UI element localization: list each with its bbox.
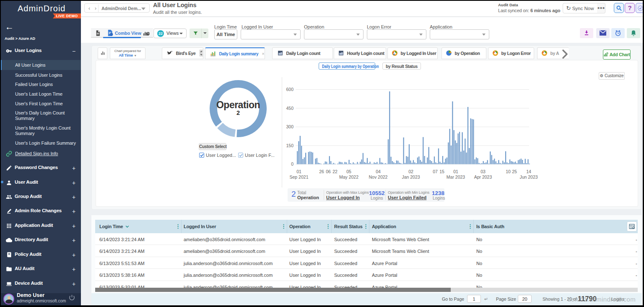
svg-text:06: 06 xyxy=(326,169,331,174)
svg-text:450: 450 xyxy=(286,106,293,111)
svg-text:Jan 2023: Jan 2023 xyxy=(402,174,420,180)
svg-text:25: 25 xyxy=(512,169,517,174)
svg-text:01: 01 xyxy=(453,169,458,174)
svg-text:May 2022: May 2022 xyxy=(339,174,358,180)
svg-text:22: 22 xyxy=(332,169,338,174)
svg-text:10: 10 xyxy=(506,169,511,174)
svg-text:15: 15 xyxy=(439,169,444,174)
svg-text:07: 07 xyxy=(433,169,438,174)
svg-text:300: 300 xyxy=(286,124,293,129)
svg-text:Mar 2023: Mar 2023 xyxy=(447,174,465,180)
svg-text:Sep 2021: Sep 2021 xyxy=(290,174,309,180)
svg-text:03: 03 xyxy=(480,169,486,174)
svg-text:0: 0 xyxy=(291,161,293,167)
svg-text:14: 14 xyxy=(526,169,531,174)
svg-text:Jun 2023: Jun 2023 xyxy=(519,174,538,180)
svg-text:Nov 2022: Nov 2022 xyxy=(369,174,388,180)
svg-text:150: 150 xyxy=(286,143,293,148)
svg-text:05: 05 xyxy=(346,169,351,174)
svg-text:02: 02 xyxy=(408,169,413,174)
svg-text:600: 600 xyxy=(286,87,293,92)
svg-text:04: 04 xyxy=(376,169,381,174)
svg-text:26: 26 xyxy=(319,169,324,174)
svg-text:01: 01 xyxy=(296,169,301,174)
svg-text:Apr 2023: Apr 2023 xyxy=(474,174,492,180)
